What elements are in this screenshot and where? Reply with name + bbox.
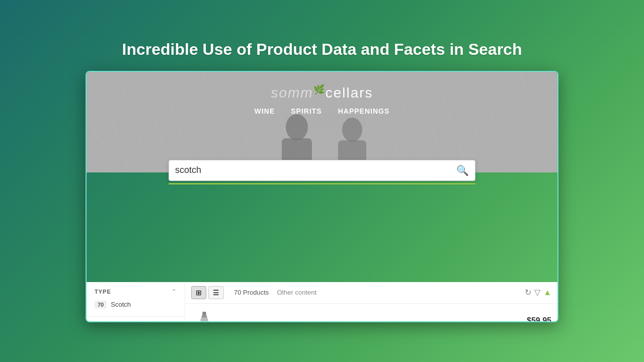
hero-banner: somm🌿cellars WINE SPIRITS HAPPENINGS: [87, 72, 557, 172]
bottle-icon-0: SCOTCH: [197, 312, 211, 322]
search-active-indicator: [169, 183, 475, 185]
sort-refresh-icon[interactable]: ↻: [525, 288, 531, 297]
browser-window: somm🌿cellars WINE SPIRITS HAPPENINGS 🔍: [86, 71, 558, 322]
facet-type-title: TYPE: [95, 289, 111, 295]
svg-point-0: [286, 114, 308, 140]
product-price-area-0: $59.95 Add to Cart: [502, 316, 551, 322]
other-content-link[interactable]: Other content: [277, 289, 316, 296]
nav-bar: WINE SPIRITS HAPPENINGS: [255, 107, 390, 115]
search-icon[interactable]: 🔍: [456, 164, 469, 176]
logo-text: somm🌿cellars: [271, 84, 373, 101]
search-bar-row: 🔍: [169, 160, 475, 185]
view-toggle: ⊞ ☰: [191, 286, 224, 299]
search-input[interactable]: [175, 165, 456, 175]
content-area: TYPE ⌃ 70 Scotch COUNTRY ⌃: [87, 282, 557, 322]
product-item: SCOTCH Glenfarclas 12 Year Single Malt S…: [185, 304, 557, 322]
facet-type-count-0: 70: [95, 301, 107, 309]
logo-somm: somm: [271, 85, 313, 101]
product-count-area: 70 Products Other content: [228, 289, 521, 296]
sort-down-icon[interactable]: ▽: [534, 288, 540, 297]
facet-country: COUNTRY ⌃ 70 Scotland: [87, 317, 185, 322]
logo-leaf: 🌿: [313, 84, 326, 95]
page-title: Incredible Use of Product Data and Facet…: [122, 40, 522, 59]
product-list: SCOTCH Glenfarclas 12 Year Single Malt S…: [185, 304, 557, 322]
facet-type-chevron: ⌃: [172, 288, 177, 295]
nav-wine[interactable]: WINE: [255, 107, 275, 115]
nav-spirits[interactable]: SPIRITS: [291, 107, 321, 115]
sort-icons: ↻ ▽ ▲: [525, 288, 551, 297]
product-image-0: SCOTCH: [191, 311, 217, 322]
facet-type-header[interactable]: TYPE ⌃: [95, 288, 177, 295]
logo-cellars: cellars: [326, 85, 373, 101]
product-toolbar: ⊞ ☰ 70 Products Other content ↻ ▽ ▲: [185, 282, 557, 304]
product-price-0: $59.95: [527, 316, 551, 322]
facet-type-items: 70 Scotch: [95, 299, 177, 310]
search-bar: 🔍: [169, 160, 475, 181]
facet-type-label-0: Scotch: [111, 301, 131, 308]
product-count: 70 Products: [234, 289, 269, 296]
sidebar: TYPE ⌃ 70 Scotch COUNTRY ⌃: [87, 282, 185, 322]
facet-type: TYPE ⌃ 70 Scotch: [87, 282, 185, 317]
logo-area: somm🌿cellars: [271, 84, 373, 101]
svg-rect-5: [201, 316, 207, 318]
page-wrapper: Incredible Use of Product Data and Facet…: [0, 0, 644, 362]
facet-item[interactable]: 70 Scotch: [95, 299, 177, 310]
list-view-button[interactable]: ☰: [208, 286, 224, 299]
svg-point-2: [342, 118, 362, 142]
sort-up-icon[interactable]: ▲: [543, 288, 551, 297]
product-area: ⊞ ☰ 70 Products Other content ↻ ▽ ▲: [185, 282, 557, 322]
nav-happenings[interactable]: HAPPENINGS: [338, 107, 390, 115]
grid-view-button[interactable]: ⊞: [191, 286, 206, 299]
